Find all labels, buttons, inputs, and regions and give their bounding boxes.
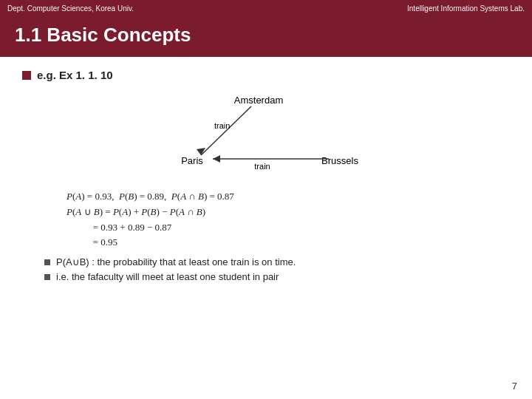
diagram-area: Amsterdam Paris Brussels train train xyxy=(22,90,510,179)
bullet-text-2: i.e. the fafaculty will meet at least on… xyxy=(56,271,279,282)
formula-row-3: = 0.93 + 0.89 − 0.87 xyxy=(66,220,171,236)
amsterdam-label: Amsterdam xyxy=(234,95,283,106)
header-right: Intelligent Information Systems Lab. xyxy=(407,4,525,13)
train-diagram: Amsterdam Paris Brussels train train xyxy=(140,90,392,179)
amsterdam-paris-line xyxy=(201,106,251,155)
bullet-rect-icon-2 xyxy=(44,274,50,280)
formula-row-1: P(A) = 0.93, P(B) = 0.89, P(A ∩ B) = 0.8… xyxy=(66,189,234,205)
header-left: Dept. Computer Sciences, Korea Univ. xyxy=(7,4,134,13)
bullet-item-1: P(A∪B) : the probability that at least o… xyxy=(44,256,510,267)
example-label: e.g. Ex 1. 1. 10 xyxy=(37,69,113,81)
main-content: e.g. Ex 1. 1. 10 Amsterdam Paris Brussel… xyxy=(0,57,532,298)
bullet-text-1: P(A∪B) : the probability that at least o… xyxy=(56,256,296,267)
formula-row-4: = 0.95 xyxy=(66,235,117,250)
brussels-label: Brussels xyxy=(321,155,358,166)
page-number: 7 xyxy=(512,381,517,392)
example-heading: e.g. Ex 1. 1. 10 xyxy=(22,69,510,81)
header-bar: Dept. Computer Sciences, Korea Univ. Int… xyxy=(0,0,532,16)
train-label-1: train xyxy=(214,121,230,130)
page-title: 1.1 Basic Concepts xyxy=(15,24,517,47)
bullet-item-2: i.e. the fafaculty will meet at least on… xyxy=(44,271,510,282)
formula-block: P(A) = 0.93, P(B) = 0.89, P(A ∩ B) = 0.8… xyxy=(66,189,510,250)
paris-arrow-2 xyxy=(213,155,220,163)
bullet-rect-icon-1 xyxy=(44,259,50,265)
paris-label: Paris xyxy=(181,155,203,166)
bullet-icon xyxy=(22,71,31,80)
formula-row-2: P(A ∪ B) = P(A) + P(B) − P(A ∩ B) xyxy=(66,205,205,220)
bottom-bullets: P(A∪B) : the probability that at least o… xyxy=(22,256,510,282)
title-section: 1.1 Basic Concepts xyxy=(0,16,532,57)
train-label-2: train xyxy=(254,162,270,171)
